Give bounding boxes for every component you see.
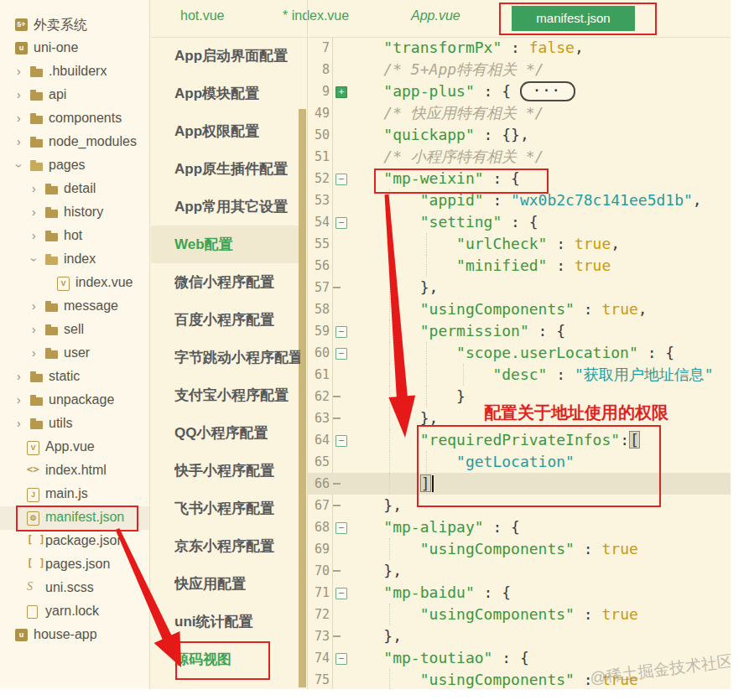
code-line-66[interactable]: 66 ] bbox=[308, 473, 731, 495]
code-line-50[interactable]: 50 "quickapp" : {}, bbox=[308, 124, 731, 146]
code-line-54[interactable]: 54− "setting" : { bbox=[308, 211, 731, 233]
code-line-75[interactable]: 75 "usingComponents" : true bbox=[308, 669, 731, 689]
config-item-快手小程序配置[interactable]: 快手小程序配置 bbox=[151, 452, 299, 490]
fold-collapse-icon[interactable]: − bbox=[335, 653, 347, 665]
config-item-快应用配置[interactable]: 快应用配置 bbox=[151, 565, 299, 603]
code-line-52[interactable]: 52− "mp-weixin" : { bbox=[308, 168, 731, 189]
tree-item-unpackage[interactable]: ›unpackage bbox=[0, 389, 149, 412]
tree-item-house-app[interactable]: uhouse-app bbox=[0, 624, 149, 647]
tree-item-uni.scss[interactable]: Suni.scss bbox=[0, 577, 149, 600]
chevron-closed-icon[interactable]: › bbox=[17, 111, 21, 125]
fold-collapse-icon[interactable]: − bbox=[335, 326, 347, 338]
code-line-60[interactable]: 60− "scope.userLocation" : { bbox=[308, 342, 731, 364]
tree-item-pages[interactable]: ›pages bbox=[0, 154, 149, 178]
config-item-QQ小程序配置[interactable]: QQ小程序配置 bbox=[151, 414, 299, 452]
tab-index.vue[interactable]: * index.vue bbox=[283, 8, 349, 23]
tree-item-main.js[interactable]: Jmain.js bbox=[0, 483, 149, 506]
code-line-7[interactable]: 7 "transformPx" : false, bbox=[308, 37, 731, 59]
config-item-App常用其它设置[interactable]: App常用其它设置 bbox=[151, 188, 299, 226]
code-line-70[interactable]: 70 }, bbox=[308, 560, 731, 582]
code-line-51[interactable]: 51 /* 小程序特有相关 */ bbox=[308, 146, 731, 168]
config-panel-scrollbar[interactable] bbox=[299, 109, 306, 687]
chevron-closed-icon[interactable]: › bbox=[32, 346, 36, 360]
tree-item-.hbuilderx[interactable]: ›.hbuilderx bbox=[0, 60, 149, 84]
config-item-京东小程序配置[interactable]: 京东小程序配置 bbox=[151, 527, 299, 565]
fold-collapse-icon[interactable]: − bbox=[335, 348, 347, 360]
chevron-closed-icon[interactable]: › bbox=[17, 88, 21, 101]
tree-item-hot[interactable]: ›hot bbox=[0, 225, 149, 248]
tree-item-package.json[interactable]: [ ]package.json bbox=[0, 530, 149, 553]
tree-item-index.html[interactable]: <>index.html bbox=[0, 459, 149, 483]
fold-collapse-icon[interactable]: − bbox=[335, 174, 347, 185]
code-line-58[interactable]: 58 "usingComponents" : true, bbox=[308, 298, 731, 320]
config-item-百度小程序配置[interactable]: 百度小程序配置 bbox=[151, 301, 299, 339]
tree-item-components[interactable]: ›components bbox=[0, 107, 149, 131]
tab-manifest.json[interactable]: manifest.json bbox=[512, 6, 635, 31]
chevron-closed-icon[interactable]: › bbox=[32, 229, 36, 242]
code-line-69[interactable]: 69 "usingComponents" : true bbox=[308, 538, 731, 560]
code-line-71[interactable]: 71− "mp-baidu" : { bbox=[308, 582, 731, 604]
config-item-uni统计配置[interactable]: uni统计配置 bbox=[151, 603, 299, 640]
tree-item-api[interactable]: ›api bbox=[0, 84, 149, 107]
chevron-open-icon[interactable]: › bbox=[28, 257, 41, 262]
config-item-字节跳动小程序配置[interactable]: 字节跳动小程序配置 bbox=[151, 339, 299, 376]
chevron-closed-icon[interactable]: › bbox=[32, 205, 36, 219]
code-line-63[interactable]: 63 }, bbox=[308, 407, 731, 429]
chevron-open-icon[interactable]: › bbox=[13, 163, 26, 168]
tree-item-sell[interactable]: ›sell bbox=[0, 319, 149, 342]
tree-item-user[interactable]: ›user bbox=[0, 342, 149, 366]
chevron-closed-icon[interactable]: › bbox=[17, 417, 21, 430]
config-item-App启动界面配置[interactable]: App启动界面配置 bbox=[151, 37, 299, 75]
code-line-73[interactable]: 73 }, bbox=[308, 625, 731, 647]
tree-item-detail[interactable]: ›detail bbox=[0, 178, 149, 201]
fold-collapse-icon[interactable]: − bbox=[335, 217, 347, 229]
tree-item-utils[interactable]: ›utils bbox=[0, 412, 149, 436]
chevron-closed-icon[interactable]: › bbox=[17, 65, 21, 78]
code-line-59[interactable]: 59− "permission" : { bbox=[308, 320, 731, 342]
config-item-微信小程序配置[interactable]: 微信小程序配置 bbox=[151, 263, 299, 301]
code-line-55[interactable]: 55 "urlCheck" : true, bbox=[308, 233, 731, 255]
code-line-68[interactable]: 68− "mp-alipay" : { bbox=[308, 516, 731, 538]
config-item-飞书小程序配置[interactable]: 飞书小程序配置 bbox=[151, 490, 299, 527]
fold-expand-icon[interactable]: + bbox=[335, 86, 347, 98]
tab-hot.vue[interactable]: hot.vue bbox=[180, 8, 224, 23]
chevron-closed-icon[interactable]: › bbox=[17, 370, 21, 383]
tree-item-uni-one[interactable]: uuni-one bbox=[0, 37, 149, 60]
code-line-74[interactable]: 74− "mp-toutiao" : { bbox=[308, 647, 731, 669]
code-line-49[interactable]: 49 /* 快应用特有相关 */ bbox=[308, 102, 731, 124]
fold-collapse-icon[interactable]: − bbox=[335, 588, 347, 599]
tab-App.vue[interactable]: App.vue bbox=[411, 8, 460, 23]
fold-collapse-icon[interactable]: − bbox=[335, 522, 347, 534]
code-line-56[interactable]: 56 "minified" : true bbox=[308, 255, 731, 277]
tree-item-static[interactable]: ›static bbox=[0, 366, 149, 389]
chevron-closed-icon[interactable]: › bbox=[32, 182, 36, 195]
code-line-64[interactable]: 64− "requiredPrivateInfos":[ bbox=[308, 429, 731, 451]
config-item-App模块配置[interactable]: App模块配置 bbox=[151, 75, 299, 112]
tree-item-yarn.lock[interactable]: yarn.lock bbox=[0, 600, 149, 624]
tree-item-pages.json[interactable]: [ ]pages.json bbox=[0, 553, 149, 577]
code-line-53[interactable]: 53 "appid" : "wx0b2c78c141ee5d1b", bbox=[308, 189, 731, 211]
fold-collapse-icon[interactable]: − bbox=[335, 435, 347, 447]
chevron-closed-icon[interactable]: › bbox=[32, 299, 36, 313]
code-line-62[interactable]: 62 } bbox=[308, 386, 731, 407]
code-line-61[interactable]: 61 "desc" : "获取用户地址信息" bbox=[308, 364, 731, 386]
tree-item-message[interactable]: ›message bbox=[0, 295, 149, 319]
chevron-closed-icon[interactable]: › bbox=[32, 323, 36, 336]
tree-item-index.vue[interactable]: Vindex.vue bbox=[0, 272, 149, 295]
config-item-Web配置[interactable]: Web配置 bbox=[151, 226, 299, 263]
config-item-App权限配置[interactable]: App权限配置 bbox=[151, 112, 299, 150]
chevron-closed-icon[interactable]: › bbox=[17, 135, 21, 148]
tree-item-App.vue[interactable]: VApp.vue bbox=[0, 436, 149, 459]
folded-region-badge[interactable]: ··· bbox=[520, 81, 575, 101]
code-line-67[interactable]: 67 }, bbox=[308, 495, 731, 516]
code-editor[interactable]: 7 "transformPx" : false,8 /* 5+App特有相关 *… bbox=[308, 37, 731, 689]
tree-item-manifest.json[interactable]: ⚙manifest.json bbox=[0, 506, 149, 530]
code-line-72[interactable]: 72 "usingComponents" : true bbox=[308, 604, 731, 625]
tree-item-history[interactable]: ›history bbox=[0, 201, 149, 225]
chevron-closed-icon[interactable]: › bbox=[17, 393, 21, 407]
config-item-支付宝小程序配置[interactable]: 支付宝小程序配置 bbox=[151, 376, 299, 414]
config-item-源码视图[interactable]: 源码视图 bbox=[151, 640, 299, 678]
config-item-App原生插件配置[interactable]: App原生插件配置 bbox=[151, 150, 299, 188]
code-line-9[interactable]: 9+ "app-plus" : { ··· bbox=[308, 80, 731, 102]
code-line-8[interactable]: 8 /* 5+App特有相关 */ bbox=[308, 59, 731, 80]
